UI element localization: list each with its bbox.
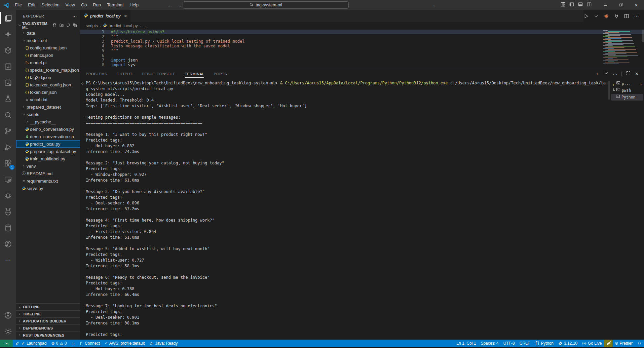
section-application-builder[interactable]: APPLICATION BUILDER	[16, 317, 80, 324]
menu-help[interactable]: Help	[126, 2, 142, 7]
manage-remote-button[interactable]: ⌄	[432, 0, 435, 10]
breadcrumb-symbol[interactable]: ...	[142, 24, 146, 28]
minimize-button[interactable]: ─	[598, 0, 613, 10]
tree-item-data[interactable]: data	[16, 29, 80, 37]
tree-item-tokenizer-json[interactable]: {}tokenizer.json	[16, 88, 80, 96]
run-file-button[interactable]	[583, 13, 589, 19]
activity-testing[interactable]	[0, 91, 16, 107]
restore-button[interactable]	[613, 0, 629, 10]
activity-terraform[interactable]	[0, 59, 16, 75]
terminal-session-p[interactable]: ┌p...⚠	[611, 80, 643, 87]
status-notifications[interactable]	[635, 340, 644, 347]
status-home[interactable]: ⌂	[69, 340, 77, 347]
status-cursor-position[interactable]: Ln 1, Col 1	[454, 340, 478, 347]
toggle-sidebar-icon[interactable]	[567, 0, 576, 10]
menu-run[interactable]: Run	[90, 2, 104, 7]
maximize-panel-icon[interactable]	[626, 71, 631, 77]
tree-item-requirements-txt[interactable]: ≡requirements.txt	[16, 177, 80, 185]
terminal-dropdown-icon[interactable]	[604, 71, 609, 77]
activity-additional-views[interactable]: ⋯	[0, 252, 16, 268]
menu-terminal[interactable]: Terminal	[104, 2, 126, 7]
tree-item-venv[interactable]: venv	[16, 162, 80, 170]
connector-icon[interactable]	[614, 13, 619, 19]
command-center-search[interactable]: tag-system-ml	[183, 1, 349, 9]
toggle-panel-icon[interactable]	[576, 0, 585, 10]
activity-hardware[interactable]	[0, 188, 16, 204]
terminal-session-python[interactable]: Python	[611, 94, 643, 101]
minimap[interactable]	[603, 30, 641, 65]
toggle-secondary-sidebar-icon[interactable]	[585, 0, 594, 10]
code-editor[interactable]: 1#!/usr/bin/env python32"""3predict_loca…	[80, 30, 644, 68]
tree-item-demo-conversation-sh[interactable]: $demo_conversation.sh	[16, 133, 80, 140]
editor-more-actions-icon[interactable]: ⋯	[634, 13, 639, 19]
terminal-output[interactable]: ○PS C:\Users\Aorus15\Desktop\Tech\Unifie…	[80, 79, 644, 339]
tab-predict-local[interactable]: predict_local.py ✕	[80, 10, 131, 22]
tree-item-tokenizer-config-json[interactable]: {}tokenizer_config.json	[16, 81, 80, 88]
new-folder-icon[interactable]	[59, 23, 64, 28]
run-dropdown-icon[interactable]	[594, 13, 599, 19]
breadcrumb-folder[interactable]: scripts	[86, 24, 98, 28]
status-eol-sequence[interactable]: CRLF	[517, 340, 532, 347]
panel-tab-problems[interactable]: PROBLEMS	[86, 68, 107, 79]
status-prettier[interactable]: ⊘Prettier	[612, 340, 635, 347]
workspace-root-folder[interactable]: TAG-SYSTEM-ML	[16, 22, 80, 29]
status-launchpad[interactable]: Launchpad	[13, 340, 49, 347]
section-rust-dependencies[interactable]: RUST DEPENDENCIES	[16, 332, 80, 339]
activity-remote-explorer[interactable]	[0, 171, 16, 188]
tree-item-model-out[interactable]: model_out	[16, 37, 80, 44]
status-connect[interactable]: Connect	[77, 340, 102, 347]
panel-tab-terminal[interactable]: TERMINAL	[185, 68, 204, 79]
terminal-session-pwsh[interactable]: └pwsh	[611, 87, 643, 94]
tree-item-demo-conversation-py[interactable]: demo_conversation.py	[16, 125, 80, 133]
activity-containers[interactable]	[0, 42, 16, 59]
panel-tab-output[interactable]: OUTPUT	[117, 68, 132, 79]
status-go-live[interactable]: Go Live	[580, 340, 604, 347]
section-timeline[interactable]: TIMELINE	[16, 310, 80, 317]
activity-database[interactable]	[0, 220, 16, 236]
panel-more-actions-icon[interactable]: ⋯	[613, 71, 617, 77]
tab-close-icon[interactable]: ✕	[124, 14, 127, 18]
panel-tab-ports[interactable]: PORTS	[214, 68, 227, 79]
menu-edit[interactable]: Edit	[25, 2, 38, 7]
tree-item-serve-py[interactable]: serve.py	[16, 185, 80, 192]
tree-item--pycache-[interactable]: __pycache__	[16, 118, 80, 125]
status-java-status[interactable]: Java: Ready	[147, 340, 180, 347]
section-outline[interactable]: OUTLINE	[16, 303, 80, 310]
activity-copilot[interactable]	[0, 26, 16, 42]
nav-forward-icon[interactable]: →	[177, 2, 182, 8]
status-aws-profile[interactable]: ✓AWS: profile:default	[102, 340, 147, 347]
tree-item-predict-local-py[interactable]: predict_local.py	[16, 140, 80, 148]
tree-item-metrics-json[interactable]: {}metrics.json	[16, 51, 80, 59]
status-python-version[interactable]: 3.12.10	[556, 340, 580, 347]
new-file-icon[interactable]	[52, 23, 57, 28]
new-terminal-icon[interactable]: ＋	[595, 71, 600, 77]
status-airplane-mode[interactable]: ✈	[604, 340, 612, 347]
command-decoration-icon[interactable]: ○	[81, 80, 83, 86]
activity-terraform-cloud[interactable]	[0, 75, 16, 91]
activity-accounts[interactable]	[0, 307, 16, 323]
tree-item-special-tokens-map-json[interactable]: {}special_tokens_map.json	[16, 66, 80, 74]
activity-git-graph[interactable]	[0, 236, 16, 252]
terminal-scrollbar[interactable]	[608, 81, 610, 100]
extension-action-icon[interactable]	[604, 13, 609, 19]
tree-item-prepare-tag-dataset-py[interactable]: prepare_tag_dataset.py	[16, 148, 80, 155]
status-indentation[interactable]: Spaces: 4	[478, 340, 501, 347]
explorer-more-actions-icon[interactable]: ⋯	[72, 13, 77, 19]
nav-back-icon[interactable]: ←	[167, 2, 173, 8]
activity-explorer[interactable]	[0, 10, 16, 26]
refresh-explorer-icon[interactable]	[66, 23, 71, 28]
activity-search[interactable]	[0, 107, 16, 123]
menu-go[interactable]: Go	[78, 2, 90, 7]
panel-tab-debug-console[interactable]: DEBUG CONSOLE	[142, 68, 176, 79]
activity-run-and-debug[interactable]	[0, 139, 16, 155]
split-editor-icon[interactable]	[624, 13, 629, 19]
tree-item-train-multilabel-py[interactable]: train_multilabel.py	[16, 155, 80, 162]
collapse-folders-icon[interactable]	[73, 23, 77, 28]
menu-file[interactable]: File	[12, 2, 25, 7]
close-button[interactable]: ✕	[629, 0, 644, 10]
activity-settings[interactable]	[0, 323, 16, 340]
tree-item-scripts[interactable]: scripts	[16, 111, 80, 118]
menu-view[interactable]: View	[63, 2, 78, 7]
editor-scrollbar[interactable]	[642, 30, 644, 42]
tree-item-tag2id-json[interactable]: {}tag2id.json	[16, 74, 80, 81]
